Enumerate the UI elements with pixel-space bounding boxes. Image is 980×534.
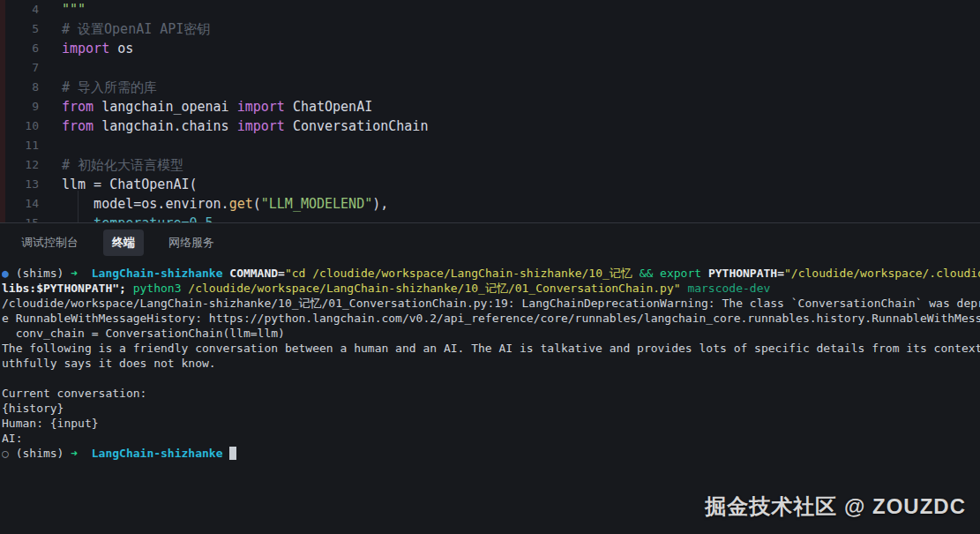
code-line: 7 <box>0 58 980 78</box>
code-line: 15 temperature=0.5 <box>0 214 980 222</box>
text-segment: import <box>237 118 285 134</box>
code-line: 14 model=os.environ.get("LLM_MODELEND"), <box>0 194 980 214</box>
text-segment: from <box>62 99 94 115</box>
text-segment: "LLM_MODELEND" <box>261 196 372 212</box>
text-segment: AI: <box>2 432 22 445</box>
line-number: 13 <box>0 175 39 194</box>
text-segment <box>78 447 92 460</box>
line-number: 6 <box>0 39 39 58</box>
code-line: 8# 导入所需的库 <box>0 78 980 97</box>
code-text: model=os.environ.get("LLM_MODELEND"), <box>62 194 388 214</box>
text-segment: ( <box>253 196 261 212</box>
line-number: 8 <box>0 78 39 97</box>
code-line: 13llm = ChatOpenAI( <box>0 175 980 194</box>
terminal-line: AI: <box>2 431 980 446</box>
code-text: import os <box>62 39 133 58</box>
text-segment: # 设置OpenAI API密钥 <box>62 21 210 37</box>
terminal-line: /cloudide/workspace/LangChain-shizhanke/… <box>2 296 980 311</box>
text-segment: The following is a friendly conversation… <box>2 342 980 355</box>
text-segment: import <box>62 41 109 56</box>
code-line: 11 <box>0 136 980 155</box>
terminal-line: conv_chain = ConversationChain(llm=llm) <box>2 326 980 341</box>
watermark: 掘金技术社区 @ ZOUZDC <box>705 493 966 521</box>
text-segment: {history} <box>2 402 64 415</box>
text-segment: uthfully says it does not know. <box>2 357 216 370</box>
code-text: from langchain.chains import Conversatio… <box>62 117 428 136</box>
text-segment: && export <box>640 267 701 280</box>
tab-network-service[interactable]: 网络服务 <box>160 229 223 256</box>
code-text <box>62 136 70 155</box>
code-text: temperature=0.5 <box>62 214 213 222</box>
code-text: # 初始化大语言模型 <box>62 155 183 175</box>
terminal-cursor <box>229 447 236 460</box>
line-number: 5 <box>0 19 39 39</box>
text-segment: LangChain-shizhanke <box>92 447 223 460</box>
text-segment <box>78 267 92 280</box>
code-text <box>62 58 70 78</box>
text-segment: # 初始化大语言模型 <box>62 157 183 173</box>
terminal-line: Current conversation: <box>2 386 980 401</box>
line-number: 15 <box>0 214 39 222</box>
text-segment: Human: {input} <box>2 417 99 430</box>
line-number: 7 <box>0 58 39 78</box>
text-segment: os <box>109 41 133 56</box>
text-segment: (shims) <box>9 267 71 280</box>
text-segment <box>701 267 708 280</box>
code-line: 4""" <box>0 0 980 19</box>
text-segment: python3 <box>133 282 182 295</box>
text-segment: ○ <box>2 447 9 460</box>
code-text: llm = ChatOpenAI( <box>62 175 198 194</box>
text-segment: ConversationChain <box>285 118 429 134</box>
text-segment: "/cloudide/workspace/.cloudide/extension… <box>784 267 980 280</box>
text-segment <box>632 267 640 280</box>
code-text: # 导入所需的库 <box>62 78 157 97</box>
line-number: 10 <box>0 117 39 136</box>
terminal-line: The following is a friendly conversation… <box>2 341 980 356</box>
text-segment: ), <box>372 196 388 212</box>
tab-terminal[interactable]: 终端 <box>103 229 144 256</box>
code-text: """ <box>62 0 86 19</box>
text-segment: langchain.chains <box>94 118 237 134</box>
bottom-panel: 调试控制台 终端 网络服务 ● (shims) ➜ LangChain-shiz… <box>0 222 980 534</box>
text-segment: PYTHONPATH= <box>708 267 784 280</box>
text-segment: COMMAND= <box>229 267 285 280</box>
line-number: 9 <box>0 97 39 117</box>
terminal-line: ○ (shims) ➜ LangChain-shizhanke <box>2 446 980 461</box>
terminal-line: {history} <box>2 401 980 416</box>
text-segment: temperature=0.5 <box>62 215 213 222</box>
code-text: from langchain_openai import ChatOpenAI <box>62 97 372 117</box>
text-segment: from <box>62 118 94 134</box>
code-editor[interactable]: 4"""5# 设置OpenAI API密钥6import os7 8# 导入所需… <box>0 0 980 222</box>
text-segment: LangChain-shizhanke <box>92 267 223 280</box>
line-number: 11 <box>0 136 39 155</box>
text-segment: get <box>229 196 253 212</box>
text-segment: /cloudide/workspace/LangChain-shizhanke/… <box>2 297 980 310</box>
line-number: 4 <box>0 0 39 19</box>
text-segment: (shims) <box>9 447 71 460</box>
terminal-line: Human: {input} <box>2 416 980 431</box>
code-line: 9from langchain_openai import ChatOpenAI <box>0 97 980 117</box>
code-lines-container: 4"""5# 设置OpenAI API密钥6import os7 8# 导入所需… <box>0 0 980 222</box>
terminal-line: e RunnableWithMessageHistory: https://py… <box>2 311 980 326</box>
code-text: # 设置OpenAI API密钥 <box>62 19 210 39</box>
terminal-line: uthfully says it does not know. <box>2 356 980 371</box>
panel-tab-bar: 调试控制台 终端 网络服务 <box>0 223 980 262</box>
text-segment: langchain_openai <box>94 99 237 115</box>
line-number: 12 <box>0 155 39 175</box>
text-segment: Current conversation: <box>2 387 146 400</box>
text-segment: import <box>237 99 285 115</box>
editor-left-decoration <box>0 0 5 222</box>
terminal-line: libs:$PYTHONPATH"; python3 /cloudide/wor… <box>2 281 980 296</box>
text-segment: marscode-dev <box>681 282 771 295</box>
text-segment: # 导入所需的库 <box>62 79 157 95</box>
text-segment: "cd /cloudide/workspace/LangChain-shizha… <box>285 267 632 280</box>
text-segment: model=os.environ. <box>62 196 229 212</box>
text-segment: e RunnableWithMessageHistory: https://py… <box>2 312 980 325</box>
text-segment: /cloudide/workspace/LangChain-shizhanke/… <box>188 282 680 295</box>
text-segment: ➜ <box>71 267 78 280</box>
text-segment: conv_chain = ConversationChain(llm=llm) <box>2 327 285 340</box>
terminal-line: ● (shims) ➜ LangChain-shizhanke COMMAND=… <box>2 266 980 281</box>
tab-debug-console[interactable]: 调试控制台 <box>12 229 87 256</box>
code-line: 12# 初始化大语言模型 <box>0 155 980 175</box>
text-segment: libs:$PYTHONPATH"; <box>2 282 133 295</box>
